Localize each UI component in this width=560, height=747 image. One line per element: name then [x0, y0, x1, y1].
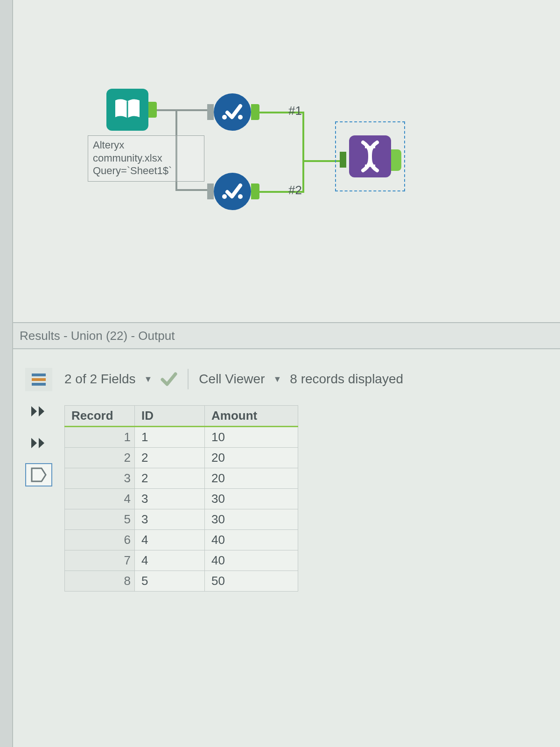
select-tool-1[interactable]: [214, 93, 251, 131]
left-rail: [0, 0, 13, 747]
cell-record: 8: [65, 571, 135, 592]
table-row[interactable]: 5 3 30: [65, 509, 298, 530]
cell-amount: 30: [205, 509, 298, 530]
svg-rect-8: [32, 383, 46, 386]
table-row[interactable]: 8 5 50: [65, 571, 298, 592]
port-output[interactable]: [251, 104, 259, 120]
wire: [302, 112, 304, 160]
cell-record: 3: [65, 468, 135, 489]
cell-id: 2: [135, 448, 205, 468]
col-record[interactable]: Record: [65, 406, 135, 427]
results-toolbar: 2 of 2 Fields ▼ Cell Viewer ▼ 8 records …: [64, 369, 403, 389]
cell-record: 6: [65, 530, 135, 550]
union-icon: [356, 140, 384, 173]
port-output[interactable]: [251, 183, 259, 199]
wire: [302, 160, 304, 191]
apply-check-icon[interactable]: [161, 372, 177, 386]
svg-rect-7: [32, 378, 46, 381]
port-output[interactable]: [391, 149, 401, 171]
branch-label-2: #2: [288, 183, 302, 197]
svg-rect-6: [32, 374, 46, 376]
svg-point-0: [222, 115, 227, 120]
port-input[interactable]: [207, 183, 214, 199]
cell-amount: 30: [205, 489, 298, 509]
cell-record: 1: [65, 427, 135, 448]
results-grid[interactable]: Record ID Amount 1 1 10 2 2 20 3: [64, 405, 298, 592]
svg-point-2: [222, 194, 227, 199]
svg-point-1: [238, 115, 243, 120]
results-header: Results - Union (22) - Output: [13, 322, 560, 349]
table-row[interactable]: 6 4 40: [65, 530, 298, 550]
select-tool-2[interactable]: [214, 173, 251, 210]
wire: [157, 109, 208, 111]
cell-amount: 40: [205, 550, 298, 571]
table-row[interactable]: 7 4 40: [65, 550, 298, 571]
fields-count-label[interactable]: 2 of 2 Fields: [64, 372, 136, 387]
cell-viewer-dropdown-icon[interactable]: ▼: [273, 374, 281, 384]
cell-id: 5: [135, 571, 205, 592]
col-amount[interactable]: Amount: [205, 406, 298, 427]
wire: [259, 112, 286, 113]
union-tool[interactable]: [349, 135, 391, 177]
cell-amount: 50: [205, 571, 298, 592]
toolbar-separator: [188, 369, 189, 389]
cell-record: 2: [65, 448, 135, 468]
messages-tab-icon[interactable]: [25, 368, 52, 391]
cell-id: 1: [135, 427, 205, 448]
records-displayed-label: 8 records displayed: [290, 372, 403, 387]
input-annotation[interactable]: Alteryx community.xlsx Query=`Sheet1$`: [88, 135, 204, 182]
fields-dropdown-icon[interactable]: ▼: [144, 374, 153, 384]
cell-viewer-label[interactable]: Cell Viewer: [199, 372, 265, 387]
table-row[interactable]: 1 1 10: [65, 427, 298, 448]
cell-record: 5: [65, 509, 135, 530]
col-id[interactable]: ID: [135, 406, 205, 427]
cell-id: 4: [135, 550, 205, 571]
input-data-tool[interactable]: [106, 89, 148, 131]
expand-tab-2-icon[interactable]: [25, 431, 52, 455]
table-row[interactable]: 3 2 20: [65, 468, 298, 489]
port-input[interactable]: [340, 152, 346, 168]
svg-point-3: [238, 194, 243, 199]
branch-label-1: #1: [288, 104, 302, 118]
cell-id: 3: [135, 489, 205, 509]
cell-record: 7: [65, 550, 135, 571]
check-dots-icon: [219, 178, 246, 205]
expand-tab-1-icon[interactable]: [25, 400, 52, 423]
cell-id: 4: [135, 530, 205, 550]
results-panel: 2 of 2 Fields ▼ Cell Viewer ▼ 8 records …: [13, 349, 560, 747]
book-icon: [113, 98, 141, 122]
cell-record: 4: [65, 489, 135, 509]
cell-amount: 10: [205, 427, 298, 448]
table-row[interactable]: 4 3 30: [65, 489, 298, 509]
cell-id: 3: [135, 509, 205, 530]
cell-amount: 20: [205, 448, 298, 468]
cell-amount: 20: [205, 468, 298, 489]
port-output[interactable]: [148, 102, 157, 118]
results-title: Results - Union (22) - Output: [20, 329, 175, 343]
output-anchor-icon[interactable]: [25, 463, 52, 486]
check-dots-icon: [219, 99, 246, 126]
workflow-canvas[interactable]: Alteryx community.xlsx Query=`Sheet1$` #…: [13, 0, 560, 322]
table-header-row: Record ID Amount: [65, 406, 298, 427]
port-input[interactable]: [207, 104, 214, 120]
results-side-tabs: [22, 368, 55, 486]
table-row[interactable]: 2 2 20: [65, 448, 298, 468]
wire: [175, 189, 208, 191]
cell-id: 2: [135, 468, 205, 489]
wire: [259, 191, 286, 193]
cell-amount: 40: [205, 530, 298, 550]
wire: [302, 160, 340, 162]
